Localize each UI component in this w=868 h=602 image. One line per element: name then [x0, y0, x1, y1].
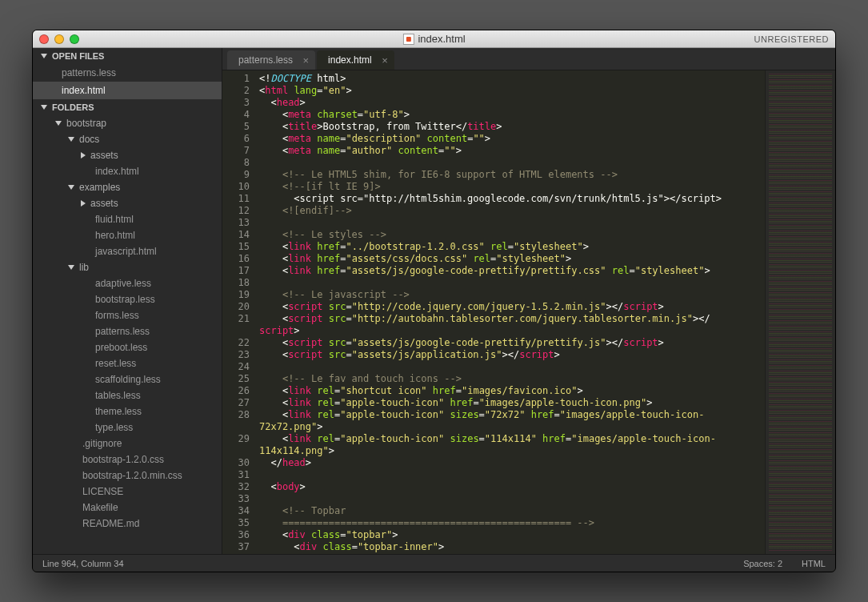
line-number: 13	[222, 217, 250, 229]
folder-examples-assets[interactable]: assets	[33, 195, 222, 211]
line-number: 25	[222, 373, 250, 385]
window-close-button[interactable]	[39, 34, 49, 44]
code-area[interactable]: <!DOCTYPE html><html lang="en"> <head> <…	[256, 70, 765, 554]
status-indentation[interactable]: Spaces: 2	[743, 559, 782, 568]
code-line: script>	[256, 325, 765, 337]
code-line: <link href="assets/js/google-code-pretti…	[256, 265, 765, 277]
file-item[interactable]: tables.less	[33, 387, 222, 403]
code-line: <head>	[256, 97, 765, 109]
line-number: 22	[222, 337, 250, 349]
line-number: 28	[222, 409, 250, 421]
code-line: <script src="http://autobahn.tablesorter…	[256, 313, 765, 325]
line-number: 26	[222, 385, 250, 397]
status-bar: Line 964, Column 34 Spaces: 2 HTML	[33, 554, 835, 572]
file-item[interactable]: bootstrap.less	[33, 291, 222, 307]
editor-tab[interactable]: index.html×	[317, 50, 394, 70]
folder-docs[interactable]: docs	[33, 131, 222, 147]
disclosure-down-icon	[68, 137, 74, 142]
file-item[interactable]: reset.less	[33, 355, 222, 371]
code-line: <link rel="apple-touch-icon" sizes="114x…	[256, 433, 765, 445]
code-line: <link href="assets/css/docs.css" rel="st…	[256, 253, 765, 265]
code-line: <meta name="author" content="">	[256, 145, 765, 157]
file-item[interactable]: scaffolding.less	[33, 371, 222, 387]
line-number: 30	[222, 457, 250, 469]
tab-bar: patterns.less×index.html×	[222, 48, 835, 70]
line-number: 23	[222, 349, 250, 361]
line-number: 27	[222, 397, 250, 409]
line-number: 4	[222, 109, 250, 121]
status-syntax[interactable]: HTML	[802, 559, 826, 568]
disclosure-down-icon	[41, 105, 47, 110]
folders-header[interactable]: FOLDERS	[33, 99, 222, 115]
folder-label: examples	[79, 182, 120, 193]
code-line: 72x72.png">	[256, 421, 765, 433]
line-number: 31	[222, 469, 250, 481]
file-item[interactable]: type.less	[33, 419, 222, 435]
editor-tab[interactable]: patterns.less×	[227, 50, 315, 70]
file-item[interactable]: bootstrap-1.2.0.css	[33, 451, 222, 468]
line-number: 17	[222, 265, 250, 277]
file-item[interactable]: README.md	[33, 516, 222, 532]
line-number: 19	[222, 289, 250, 301]
code-line: <script src="http://html5shim.googlecode…	[256, 193, 765, 205]
folder-label: lib	[79, 262, 89, 273]
file-item[interactable]: forms.less	[33, 307, 222, 323]
line-number: 36	[222, 529, 250, 541]
file-item[interactable]: adaptive.less	[33, 275, 222, 291]
code-line: <script src="http://code.jquery.com/jque…	[256, 301, 765, 313]
code-line	[256, 277, 765, 289]
file-item[interactable]: hero.html	[33, 227, 222, 243]
file-item[interactable]: theme.less	[33, 403, 222, 419]
code-line: <script src="assets/js/application.js"><…	[256, 349, 765, 361]
line-number: 14	[222, 229, 250, 241]
code-line: <!-- Le HTML5 shim, for IE6-8 support of…	[256, 169, 765, 181]
line-number: 1	[222, 73, 250, 85]
folder-docs-assets[interactable]: assets	[33, 147, 222, 163]
window-zoom-button[interactable]	[70, 34, 79, 44]
code-line: <div class="topbar-inner">	[256, 541, 765, 553]
folder-label: bootstrap	[66, 118, 106, 129]
line-number: 5	[222, 121, 250, 133]
open-file-item[interactable]: index.html	[33, 82, 222, 99]
file-item[interactable]: fluid.html	[33, 211, 222, 227]
close-icon[interactable]: ×	[382, 54, 388, 66]
code-line: <title>Bootstrap, from Twitter</title>	[256, 121, 765, 133]
code-line: <!--[if lt IE 9]>	[256, 181, 765, 193]
code-line	[256, 493, 765, 505]
line-number: 20	[222, 301, 250, 313]
file-item[interactable]: preboot.less	[33, 339, 222, 355]
close-icon[interactable]: ×	[302, 54, 309, 66]
disclosure-down-icon	[68, 265, 74, 270]
line-number: 12	[222, 205, 250, 217]
html-file-icon	[402, 34, 414, 45]
line-number: 29	[222, 433, 250, 445]
editor-column: patterns.less×index.html× 12345678910111…	[222, 48, 835, 554]
folder-label: docs	[79, 134, 99, 145]
folder-bootstrap[interactable]: bootstrap	[33, 115, 222, 131]
code-line	[256, 157, 765, 169]
line-number	[222, 445, 250, 457]
open-files-header[interactable]: OPEN FILES	[33, 48, 222, 64]
window-minimize-button[interactable]	[54, 34, 64, 44]
file-item[interactable]: patterns.less	[33, 323, 222, 339]
disclosure-right-icon	[81, 200, 86, 207]
line-number-gutter[interactable]: 1234567891011121314151617181920212223242…	[222, 70, 256, 554]
code-line: </head>	[256, 457, 765, 469]
sidebar[interactable]: OPEN FILES patterns.lessindex.html FOLDE…	[33, 48, 222, 554]
code-line: <meta name="description" content="">	[256, 133, 765, 145]
file-item[interactable]: javascript.html	[33, 243, 222, 259]
minimap-content	[769, 74, 832, 551]
open-file-item[interactable]: patterns.less	[33, 64, 222, 82]
code-line	[256, 361, 765, 373]
app-window: index.html UNREGISTERED OPEN FILES patte…	[32, 30, 836, 572]
file-item[interactable]: Makefile	[33, 500, 222, 516]
minimap[interactable]	[765, 70, 835, 554]
file-item[interactable]: bootstrap-1.2.0.min.css	[33, 468, 222, 484]
file-item[interactable]: .gitignore	[33, 435, 222, 451]
file-item[interactable]: index.html	[33, 163, 222, 179]
open-files-label: OPEN FILES	[52, 51, 104, 61]
folder-lib[interactable]: lib	[33, 259, 222, 275]
folder-examples[interactable]: examples	[33, 179, 222, 195]
file-item[interactable]: LICENSE	[33, 484, 222, 500]
status-cursor-position[interactable]: Line 964, Column 34	[42, 559, 724, 568]
